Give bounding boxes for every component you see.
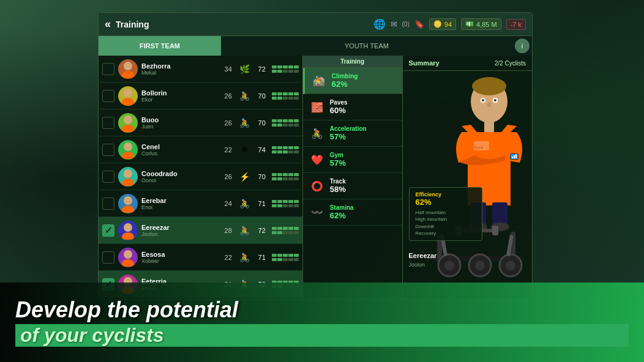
bar-segment [288,119,293,122]
training-item[interactable]: 🚵 Climbing 62% [303,68,402,94]
bar-segment [277,200,282,203]
training-item[interactable]: 🧱 Paves 60% [303,94,402,120]
cyclist-score: 72 [255,227,269,234]
cyclist-name: Cenel [141,143,222,150]
summary-panel: Summary 2/2 Cyclists [403,56,532,299]
bar-segment [283,97,288,100]
svg-point-45 [444,260,454,270]
character-area: Coco [403,71,532,290]
progress-bar-row [272,231,299,234]
money-currency: 💵 4,85 M [461,18,501,30]
training-item[interactable]: ⭕ Track 58% [303,173,402,199]
globe-icon[interactable]: 🌐 [373,18,386,30]
bar-segment [288,92,293,95]
tab-first-team[interactable]: FIRST TEAM [99,36,221,56]
cyclist-checkbox[interactable] [102,90,114,102]
bar-segment [272,254,277,257]
cyclist-age: 26 [222,119,235,127]
bar-segment [272,124,277,127]
cyclist-checkbox[interactable] [102,117,114,129]
training-info: Stamina 62% [326,204,397,220]
efficiency-box: Efficiency 62% Half mountainHigh mountai… [409,187,482,241]
bar-segment [294,258,299,261]
cyclist-row[interactable]: BollorinEkor26🚴70 [99,83,302,109]
progress-bar-row [272,65,299,68]
svg-point-7 [122,152,134,159]
bar-segment [277,70,282,73]
bar-segment [288,254,293,257]
tab-bar: FIRST TEAM YOUTH TEAM i [99,36,532,56]
bar-segment [294,146,299,149]
progress-bars [272,92,299,100]
cyclist-row[interactable]: ✓EereezarJoolon28🚴72 [99,217,302,244]
cyclist-row[interactable]: CooodradoOonoi26⚡70 [99,163,302,190]
cyclist-age: 26 [222,173,235,180]
bar-segment [283,204,288,207]
training-pct: 57% [330,132,397,141]
bar-segment [277,92,282,95]
cyclist-row[interactable]: CenelCorlus22❄74 [99,136,302,163]
bottom-overlay: Develop the potential of your cyclists [0,283,644,362]
svg-point-3 [122,98,134,105]
cyclist-age: 22 [222,146,235,153]
progress-bar-row [272,146,299,149]
bar-segment [288,173,293,176]
specialty-icon: 🚴 [238,250,252,265]
bar-segment [283,70,288,73]
game-panel: « Training 🌐 ✉ (0) 🔖 🪙 94 💵 4,85 M -7 k … [98,12,533,300]
bar-segment [283,200,288,203]
progress-bar-row [272,173,299,176]
cyclist-checkbox[interactable] [102,63,114,75]
cyclist-checkbox[interactable] [102,171,114,183]
svg-point-13 [122,232,134,240]
progress-bars [272,65,299,73]
bar-segment [272,97,277,100]
cyclist-info: BollorinEkor [141,89,222,103]
cyclist-checkbox[interactable]: ✓ [102,224,114,237]
cyclist-info: EereezarJoolon [141,224,222,237]
training-info: Climbing 62% [328,73,397,89]
training-pct: 62% [330,211,397,220]
specialty-icon: 🚴 [238,89,252,103]
bar-segment [294,204,299,207]
svg-point-10 [124,196,132,205]
cyclist-row[interactable]: BezhorraMekal34🌿72 [99,56,302,83]
bar-segment [294,150,299,153]
back-button[interactable]: « [105,18,111,31]
progress-bar-row [272,254,299,257]
progress-bar-row [272,150,299,153]
cyclists-count: 2/2 Cyclists [495,60,526,67]
progress-bar-row [272,177,299,180]
cyclist-avatar [118,59,138,79]
training-pct: 62% [332,79,397,89]
cyclist-row[interactable]: EesosaXobeer22🚴71 [99,244,302,271]
bar-segment [288,258,293,261]
training-item[interactable]: ❤️ Gym 57% [303,147,402,173]
svg-point-0 [124,62,132,70]
cyclist-subtitle: Juen [141,124,222,130]
cyclist-row[interactable]: BuooJuen26🚴70 [99,109,302,136]
cyclist-checkbox[interactable] [102,198,114,210]
cyclist-row[interactable]: EerebarEnoi24🚴71 [99,190,302,217]
progress-bars [272,146,299,153]
training-item[interactable]: 🚴 Acceleration 57% [303,120,402,147]
bookmark-icon[interactable]: 🔖 [414,20,424,29]
cyclist-avatar [118,167,138,187]
mail-icon[interactable]: ✉ [391,20,397,29]
content-area: BezhorraMekal34🌿72BollorinEkor26🚴70BuooJ… [99,56,532,299]
cyclist-avatar [118,140,138,160]
info-button[interactable]: i [515,39,530,53]
cyclist-checkbox[interactable] [102,251,114,264]
bar-segment [294,227,299,230]
training-item[interactable]: 〰️ Stamina 62% [303,199,402,226]
cyclist-age: 34 [222,65,235,73]
bar-segment [294,65,299,68]
cyclist-checkbox[interactable] [102,144,114,156]
coin-value: 94 [444,21,452,28]
progress-bar-row [272,119,299,122]
tab-youth-team[interactable]: YOUTH TEAM [221,36,512,56]
svg-rect-29 [484,121,494,132]
bar-segment [277,146,282,149]
bar-segment [277,173,282,176]
mail-count: (0) [402,21,410,28]
